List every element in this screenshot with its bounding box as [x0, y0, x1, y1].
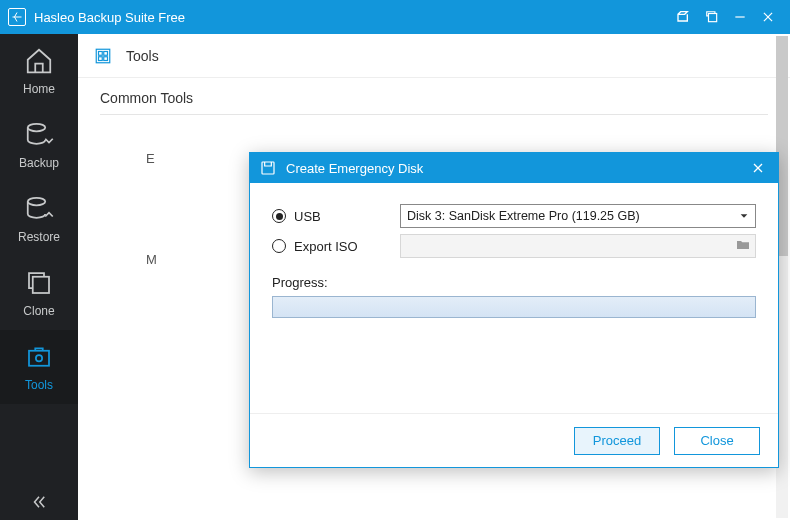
chevron-double-left-icon [30, 493, 48, 511]
main-panel: Tools Common Tools E nt M Create Emergen… [78, 34, 790, 520]
page-header: Tools [78, 34, 790, 78]
create-emergency-disk-dialog: Create Emergency Disk USB Disk 3: SanDis… [249, 152, 779, 468]
chevron-down-icon [739, 211, 749, 221]
app-title: Hasleo Backup Suite Free [34, 10, 670, 25]
app-icon [8, 8, 26, 26]
usb-radio-label: USB [294, 209, 321, 224]
usb-disk-selected: Disk 3: SanDisk Extreme Pro (119.25 GB) [407, 209, 739, 223]
dialog-title: Create Emergency Disk [286, 161, 423, 176]
svg-rect-12 [99, 56, 103, 60]
dialog-titlebar: Create Emergency Disk [250, 153, 778, 183]
svg-point-4 [28, 124, 46, 132]
bg-text: E [146, 151, 155, 166]
svg-point-5 [28, 198, 46, 206]
close-button[interactable]: Close [674, 427, 760, 455]
grid-icon [94, 47, 112, 65]
sidebar-item-label: Home [23, 82, 55, 96]
export-iso-radio[interactable] [272, 239, 286, 253]
progress-label: Progress: [272, 275, 756, 290]
sidebar-item-tools[interactable]: Tools [0, 330, 78, 404]
export-iso-radio-label: Export ISO [294, 239, 358, 254]
disk-icon [260, 160, 276, 176]
page-title: Tools [126, 48, 159, 64]
clone-icon [24, 268, 54, 298]
sidebar-item-label: Clone [23, 304, 54, 318]
folder-icon [735, 237, 751, 253]
proceed-button[interactable]: Proceed [574, 427, 660, 455]
svg-rect-13 [104, 56, 108, 60]
minimize-button[interactable] [726, 3, 754, 31]
tools-icon [24, 342, 54, 372]
open-icon[interactable] [670, 3, 698, 31]
close-icon [752, 162, 764, 174]
sidebar: Home Backup Restore Clone Tools [0, 34, 78, 520]
usb-radio[interactable] [272, 209, 286, 223]
sidebar-item-clone[interactable]: Clone [0, 256, 78, 330]
svg-rect-11 [104, 51, 108, 55]
home-icon [24, 46, 54, 76]
sidebar-item-label: Tools [25, 378, 53, 392]
dialog-close-button[interactable] [748, 162, 768, 174]
usb-disk-select[interactable]: Disk 3: SanDisk Extreme Pro (119.25 GB) [400, 204, 756, 228]
svg-rect-10 [99, 51, 103, 55]
sidebar-item-label: Backup [19, 156, 59, 170]
svg-point-8 [36, 355, 42, 361]
svg-rect-14 [262, 162, 274, 174]
sidebar-item-label: Restore [18, 230, 60, 244]
bg-text: M [146, 252, 157, 267]
titlebar: Hasleo Backup Suite Free [0, 0, 790, 34]
sidebar-item-restore[interactable]: Restore [0, 182, 78, 256]
sidebar-item-home[interactable]: Home [0, 34, 78, 108]
restore-icon [24, 194, 54, 224]
svg-rect-0 [709, 14, 717, 22]
sidebar-item-backup[interactable]: Backup [0, 108, 78, 182]
svg-rect-6 [33, 277, 49, 293]
svg-rect-7 [29, 351, 49, 366]
iso-path-field [400, 234, 756, 258]
collapse-sidebar-button[interactable] [0, 484, 78, 520]
progress-bar [272, 296, 756, 318]
window-restore-icon[interactable] [698, 3, 726, 31]
close-window-button[interactable] [754, 3, 782, 31]
browse-folder-button[interactable] [735, 237, 751, 256]
section-title: Common Tools [100, 90, 768, 115]
backup-icon [24, 120, 54, 150]
